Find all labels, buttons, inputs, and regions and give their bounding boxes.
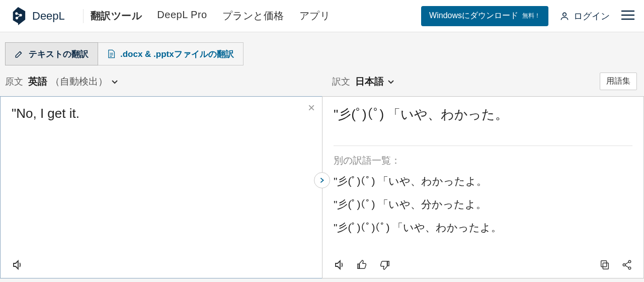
tab-text-translate[interactable]: テキストの翻訳 — [5, 42, 98, 65]
translation-panels: × "彡(ﾟ)(ﾟ) 「いや、わかった。 別の訳語一覧： "彡(ﾟ)(ﾟ) 「い… — [0, 96, 644, 278]
target-lang-value: 日本語 — [355, 75, 384, 88]
divider — [83, 9, 84, 23]
target-body: "彡(ﾟ)(ﾟ) 「いや、わかった。 別の訳語一覧： "彡(ﾟ)(ﾟ) 「いや、… — [323, 97, 643, 252]
menu-button[interactable] — [621, 10, 635, 23]
tab-file-label: .docx & .pptxファイルの翻訳 — [120, 48, 234, 60]
source-footer — [1, 252, 322, 278]
chevron-right-icon — [318, 177, 326, 184]
listen-source-button[interactable] — [10, 257, 26, 273]
target-footer — [323, 252, 643, 278]
login-button[interactable]: ログイン — [559, 10, 610, 22]
copy-icon — [599, 259, 610, 270]
hamburger-icon — [621, 10, 635, 21]
svg-rect-12 — [603, 263, 608, 269]
download-button[interactable]: Windowsにダウンロード 無料！ — [421, 6, 548, 26]
target-label: 訳文 — [332, 76, 350, 88]
copy-button[interactable] — [597, 257, 612, 272]
target-panel: "彡(ﾟ)(ﾟ) 「いや、わかった。 別の訳語一覧： "彡(ﾟ)(ﾟ) 「いや、… — [322, 96, 644, 278]
pencil-icon — [15, 49, 24, 58]
thumbs-down-icon — [379, 259, 390, 270]
nav-plans[interactable]: プランと価格 — [222, 9, 284, 23]
user-icon — [559, 11, 570, 21]
download-label: Windowsにダウンロード — [429, 11, 518, 21]
tab-text-label: テキストの翻訳 — [29, 48, 89, 60]
listen-target-button[interactable] — [332, 257, 348, 273]
alternatives-list: "彡(ﾟ)(ﾟ) 「いや、わかったよ。 "彡(ﾟ)(ﾟ) 「いや、分かったよ。 … — [334, 174, 632, 235]
speaker-icon — [334, 259, 346, 271]
glossary-button[interactable]: 用語集 — [600, 73, 637, 90]
login-label: ログイン — [574, 10, 610, 22]
download-tag: 無料！ — [522, 12, 540, 20]
source-input[interactable] — [1, 97, 322, 252]
brand[interactable]: DeepL — [9, 7, 65, 25]
nav-translator[interactable]: 翻訳ツール — [91, 9, 142, 23]
thumbs-down-button[interactable] — [377, 257, 392, 272]
nav-pro[interactable]: DeepL Pro — [157, 9, 207, 23]
chevron-down-icon — [387, 78, 395, 86]
alternatives-header: 別の訳語一覧： — [334, 146, 632, 167]
svg-line-18 — [625, 265, 628, 268]
logo-icon — [9, 7, 27, 25]
alternative-item[interactable]: "彡(ﾟ)(ﾟ) 「いや、分かったよ。 — [334, 197, 632, 212]
share-icon — [621, 259, 632, 270]
main-nav: 翻訳ツール DeepL Pro プランと価格 アプリ — [91, 9, 330, 23]
mode-tabs: テキストの翻訳 .docx & .pptxファイルの翻訳 — [0, 32, 644, 65]
source-panel: × — [0, 96, 322, 278]
alternative-item[interactable]: "彡(ﾟ)(ﾟ)(ﾟ) 「いや、わかったよ。 — [334, 221, 632, 235]
document-icon — [107, 49, 115, 58]
source-lang-side: 原文 英語 （自動検出） — [0, 75, 322, 88]
source-lang-select[interactable]: 英語 （自動検出） — [28, 75, 119, 88]
brand-name: DeepL — [32, 10, 65, 23]
clear-input-button[interactable]: × — [308, 101, 315, 115]
target-lang-side: 訳文 日本語 用語集 — [322, 73, 644, 90]
source-lang-auto: （自動検出） — [50, 75, 108, 88]
target-lang-select[interactable]: 日本語 — [355, 75, 395, 88]
thumbs-up-button[interactable] — [355, 257, 370, 272]
svg-point-5 — [563, 13, 567, 16]
svg-point-0 — [15, 12, 18, 15]
translation-output[interactable]: "彡(ﾟ)(ﾟ) 「いや、わかった。 — [334, 106, 632, 123]
svg-line-17 — [625, 262, 628, 265]
tab-file-translate[interactable]: .docx & .pptxファイルの翻訳 — [98, 42, 244, 65]
swap-languages-button[interactable] — [314, 172, 330, 188]
app-header: DeepL 翻訳ツール DeepL Pro プランと価格 アプリ Windows… — [0, 0, 644, 32]
svg-rect-13 — [601, 261, 607, 267]
speaker-icon — [12, 259, 24, 271]
chevron-down-icon — [111, 78, 119, 86]
source-label: 原文 — [5, 76, 23, 88]
alternative-item[interactable]: "彡(ﾟ)(ﾟ) 「いや、わかったよ。 — [334, 174, 632, 188]
share-button[interactable] — [619, 257, 634, 272]
thumbs-up-icon — [357, 259, 368, 270]
nav-apps[interactable]: アプリ — [299, 9, 331, 23]
language-bar: 原文 英語 （自動検出） 訳文 日本語 用語集 — [0, 65, 644, 96]
source-lang-value: 英語 — [28, 75, 47, 88]
